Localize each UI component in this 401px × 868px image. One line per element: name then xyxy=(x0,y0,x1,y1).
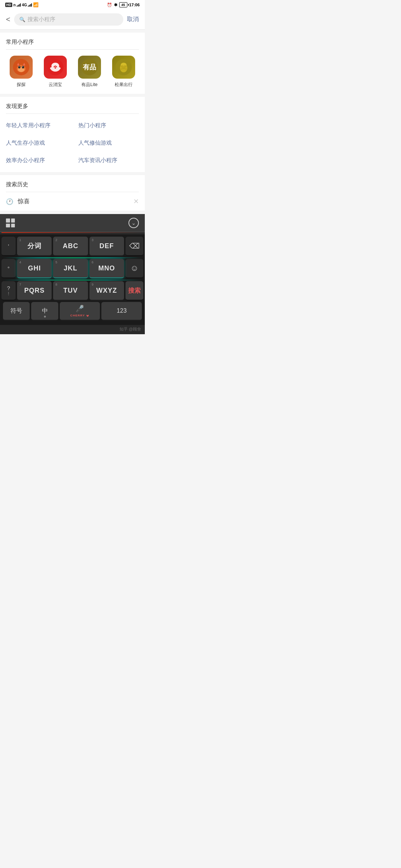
chinese-dot xyxy=(44,316,46,318)
youpin-label: 有品Lite xyxy=(81,82,97,88)
key-apostrophe[interactable]: ' xyxy=(1,237,16,256)
yunxiao-svg xyxy=(47,59,63,75)
svg-point-24 xyxy=(125,68,127,70)
keyboard-collapse-button[interactable]: ⌄ xyxy=(128,218,139,228)
grid-cell-3 xyxy=(6,224,10,228)
key-pqrs-label: PQRS xyxy=(24,287,45,295)
svg-point-10 xyxy=(23,66,23,67)
mini-app-youpin[interactable]: 有品 有品Lite xyxy=(74,56,105,88)
back-button[interactable]: < xyxy=(6,15,10,24)
discover-link-3[interactable]: 人气修仙游戏 xyxy=(72,134,145,152)
red-led-line xyxy=(1,232,143,233)
discover-section: 发现更多 年轻人常用小程序 热门小程序 人气生存小游戏 人气修仙游戏 效率办公小… xyxy=(0,97,145,172)
key-chinese[interactable]: 中 xyxy=(31,302,58,320)
key-pqrs[interactable]: 7 PQRS xyxy=(17,281,52,300)
key-search-right[interactable]: 搜索 xyxy=(125,281,143,300)
key-abc[interactable]: 2 ABC xyxy=(53,237,88,256)
key-numbers[interactable]: 123 xyxy=(101,302,142,320)
search-input[interactable]: 搜索小程序 xyxy=(27,16,55,23)
youpin-svg: 有品 xyxy=(81,59,98,75)
mini-app-songguo[interactable]: 松果出行 xyxy=(108,56,139,88)
discover-link-1[interactable]: 热门小程序 xyxy=(72,117,145,134)
svg-point-23 xyxy=(120,68,123,70)
mini-app-tante[interactable]: 探探 xyxy=(6,56,36,88)
key-5-num: 5 xyxy=(55,260,57,264)
key-mno[interactable]: 6 MNO xyxy=(89,259,124,278)
search-input-area[interactable]: 🔍 搜索小程序 xyxy=(14,13,123,26)
watermark-text: 知乎 @顾舍 xyxy=(120,327,141,331)
key-jkl[interactable]: 5 JKL xyxy=(53,259,88,278)
tante-label: 探探 xyxy=(17,82,26,88)
key-abc-label: ABC xyxy=(63,242,78,250)
svg-point-14 xyxy=(55,67,56,69)
key-def[interactable]: 3 DEF xyxy=(89,237,124,256)
emoji-icon: ☺ xyxy=(130,263,138,273)
cherry-flame-icon xyxy=(86,313,89,317)
key-search-right-label: 搜索 xyxy=(128,286,141,295)
key-jkl-label: JKL xyxy=(63,264,77,272)
key-symbol[interactable]: 符号 xyxy=(3,302,30,320)
signal-bars-1 xyxy=(17,3,21,7)
signal-bars-2 xyxy=(28,3,32,7)
discover-link-2[interactable]: 人气生存小游戏 xyxy=(0,134,72,152)
mini-app-yunxiao[interactable]: 云消宝 xyxy=(40,56,71,88)
key-7-num: 7 xyxy=(19,283,21,286)
keyboard-grid-icon[interactable] xyxy=(6,218,15,227)
grid-cell-1 xyxy=(6,218,10,223)
search-history-section: 搜索历史 🕐 惊喜 ✕ xyxy=(0,175,145,211)
yunxiao-label: 云消宝 xyxy=(49,82,62,88)
discover-title: 发现更多 xyxy=(0,97,145,114)
cancel-button[interactable]: 取消 xyxy=(127,16,139,23)
wifi-icon: 📶 xyxy=(33,2,39,7)
key-symbol-label: 符号 xyxy=(10,307,22,315)
keyboard-toolbar: ⌄ xyxy=(0,214,145,232)
keyboard-row-2: ° 4 GHI 5 JKL 6 MNO ☺ xyxy=(1,259,143,278)
frequent-apps-title: 常用小程序 xyxy=(0,33,145,49)
key-ghi-label: GHI xyxy=(28,264,41,272)
yunxiao-icon xyxy=(44,56,67,79)
status-bar: HD n 4G 📶 ⏰ ✱ 45 17:06 xyxy=(0,0,145,10)
key-2-num: 2 xyxy=(55,238,57,242)
hd-badge: HD xyxy=(5,3,12,7)
keyboard-area: ⌄ ' 1 分词 2 ABC 3 DEF ⌫ xyxy=(0,214,145,334)
key-mic[interactable]: 🎤 CHERRY xyxy=(60,302,100,320)
history-delete-0[interactable]: ✕ xyxy=(133,197,139,206)
key-6-num: 6 xyxy=(92,260,94,264)
search-icon: 🔍 xyxy=(19,17,25,22)
svg-point-12 xyxy=(19,68,23,71)
key-apostrophe-label: ' xyxy=(8,243,9,249)
keyboard-bottom-row: 符号 中 🎤 CHERRY 123 xyxy=(1,302,143,320)
key-question[interactable]: ? ! xyxy=(1,281,16,300)
alarm-icon: ⏰ xyxy=(107,3,112,7)
discover-link-5[interactable]: 汽车资讯小程序 xyxy=(72,152,145,169)
keyboard-watermark: 知乎 @顾舍 xyxy=(0,325,145,334)
key-3-num: 3 xyxy=(92,238,94,242)
youpin-icon: 有品 xyxy=(78,56,101,79)
key-numbers-label: 123 xyxy=(117,308,127,314)
backspace-icon: ⌫ xyxy=(129,241,140,250)
svg-point-7 xyxy=(18,66,20,69)
history-text-0[interactable]: 惊喜 xyxy=(18,198,129,206)
key-exclaim-label: ! xyxy=(8,291,9,296)
status-right: ⏰ ✱ 45 17:06 xyxy=(107,2,140,7)
discover-link-4[interactable]: 效率办公小程序 xyxy=(0,152,72,169)
key-tuv[interactable]: 8 TUV xyxy=(53,281,88,300)
collapse-icon: ⌄ xyxy=(131,220,136,226)
key-ghi[interactable]: 4 GHI xyxy=(17,259,52,278)
key-degree[interactable]: ° xyxy=(1,259,16,278)
key-wxyz[interactable]: 9 WXYZ xyxy=(89,281,124,300)
key-emoji[interactable]: ☺ xyxy=(125,259,143,278)
network-4g-2: 4G xyxy=(22,3,27,7)
network-4g-1: n xyxy=(13,3,16,7)
battery-icon: 45 xyxy=(119,2,127,7)
rgb-glow-line-1 xyxy=(3,257,142,258)
bluetooth-icon: ✱ xyxy=(114,3,117,7)
songguo-label: 松果出行 xyxy=(115,82,133,88)
history-clock-icon: 🕐 xyxy=(6,198,13,205)
key-fenci[interactable]: 1 分词 xyxy=(17,237,52,256)
key-tuv-label: TUV xyxy=(63,287,78,295)
status-left: HD n 4G 📶 xyxy=(5,2,39,7)
tante-icon xyxy=(10,56,33,79)
key-backspace[interactable]: ⌫ xyxy=(125,237,143,256)
discover-link-0[interactable]: 年轻人常用小程序 xyxy=(0,117,72,134)
